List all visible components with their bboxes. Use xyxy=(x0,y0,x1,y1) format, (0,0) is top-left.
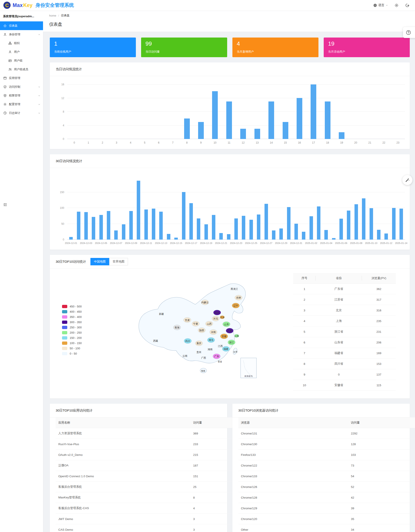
x-axis-labels: 01234567891011121314151617181920212223 xyxy=(67,139,405,146)
bar-slot xyxy=(172,238,180,240)
bar-slot xyxy=(208,91,222,139)
breadcrumb-home[interactable]: home xyxy=(49,14,56,17)
sidebar-item-label: 用户组成员 xyxy=(14,67,28,71)
apps-table-cell: 187 xyxy=(190,460,233,471)
chart-bar xyxy=(114,230,118,240)
sidebar-item-用户组[interactable]: 用户组 xyxy=(0,56,43,65)
apps-table-row: 客服后台管理系统25 xyxy=(56,482,233,492)
apps-table-cell: 369 xyxy=(190,428,233,439)
chart-bar xyxy=(197,218,200,240)
x-axis-label: 7 xyxy=(172,141,174,144)
browsers-table-cell: 39 xyxy=(348,503,415,514)
legend-range: 250 - 300 xyxy=(70,326,82,329)
province-label-湖南: 湖南 xyxy=(208,348,213,351)
tab-world-map[interactable]: 世界地图 xyxy=(109,258,128,265)
settings-button[interactable] xyxy=(395,3,399,7)
sidebar-item-权限管理[interactable]: 权限管理 xyxy=(0,91,43,100)
stat-card-当前在线用户: 1当前在线用户 xyxy=(50,38,136,57)
legend-range: 350 - 400 xyxy=(70,315,82,319)
province-table-cell: 362 xyxy=(362,284,396,294)
y-axis-label: 16 xyxy=(61,83,64,86)
province-label-香港: 香港 xyxy=(218,361,222,363)
legend-item: 150 - 200 xyxy=(62,336,93,340)
chart-bar xyxy=(129,211,133,240)
bar-slot xyxy=(264,102,278,139)
logout-icon xyxy=(405,3,409,7)
top10-browsers-card: 30日TOP10浏览器访问统计 浏览器 访问量 Chrome/1312292Ch… xyxy=(232,404,410,532)
apps-table-row: OAuth v2.0_Demo215 xyxy=(56,449,233,460)
bar-slot xyxy=(180,118,194,139)
chevron-down-icon xyxy=(38,103,40,106)
x-axis-label: 15 xyxy=(284,141,287,144)
bar-slot xyxy=(375,230,383,240)
legend-item: 50 - 100 xyxy=(62,347,93,350)
sidebar-item-日志审计[interactable]: 日志审计 xyxy=(0,109,43,117)
x-axis-label: 2024-12-19 xyxy=(200,242,212,244)
x-axis-label: 2024-12-13 xyxy=(155,242,167,244)
sidebar-item-用户[interactable]: 用户 xyxy=(0,48,43,56)
bar-slot xyxy=(322,230,330,240)
x-axis-label: 8 xyxy=(186,141,188,144)
bar-slot xyxy=(397,209,405,240)
bar-slot xyxy=(194,122,208,139)
bar-slot xyxy=(82,212,90,240)
language-menu[interactable]: 语言 xyxy=(373,3,388,7)
apps-table-cell: 泛微OA xyxy=(56,460,190,471)
apps-table-cell: 151 xyxy=(190,471,233,482)
chevron-down-icon xyxy=(38,86,40,88)
sidebar-item-身份管理[interactable]: 身份管理 xyxy=(0,30,43,39)
chart-bar xyxy=(92,217,95,240)
brand-title: 身份安全管理系统 xyxy=(35,2,74,9)
bar-slot xyxy=(195,218,202,240)
logout-button[interactable] xyxy=(405,3,409,7)
x-axis-label: 2024-12-25 xyxy=(245,242,257,244)
apps-table-row: OpenID Connect 1.0 Demo151 xyxy=(56,471,233,482)
x-axis-label: 2 xyxy=(102,141,103,144)
chart-bar xyxy=(77,212,80,240)
chart-bar xyxy=(122,224,125,240)
bar-slot xyxy=(321,102,335,139)
top10-region-card: 30日TOP10访问统计 中国地图 世界地图 450 - 500400 - 45… xyxy=(50,255,410,399)
chart-bar xyxy=(240,129,246,139)
browsers-table-cell: 34 xyxy=(348,524,415,532)
sidebar-item-应用管理[interactable]: 应用管理 xyxy=(0,74,43,83)
province-table-cell: 安徽省 xyxy=(316,380,362,391)
apps-table-cell: 3 xyxy=(190,524,233,532)
province-table-cell: 9 xyxy=(293,369,316,380)
sidebar-item-用户组成员[interactable]: 用户组成员 xyxy=(0,65,43,74)
collapse-sidebar-button[interactable] xyxy=(3,202,8,207)
legend-item: 0 - 50 xyxy=(62,352,93,355)
browsers-table-cell: Chrome/126 xyxy=(238,482,348,492)
sidebar-item-配置管理[interactable]: 配置管理 xyxy=(0,100,43,109)
bar-slot xyxy=(150,209,157,240)
browsers-table-cell: 128 xyxy=(348,439,415,449)
x-axis-label: 2025-01-08 xyxy=(350,242,362,244)
bar-slot xyxy=(335,132,349,139)
china-map[interactable]: 南海诸岛 黑龙江吉林辽宁内蒙古新疆西藏青海甘肃宁夏陕西山西河北北京天津山东河南安… xyxy=(123,273,263,385)
theme-wand-button[interactable] xyxy=(402,175,412,185)
daily-visits-card: 30日访问情况统计 0501001502024-12-012024-12-032… xyxy=(50,154,410,250)
province-table-cell: 上海 xyxy=(316,316,362,326)
browsers-table-row: Firefox/133103 xyxy=(238,449,415,460)
chevron-down-icon xyxy=(38,95,40,97)
sidebar-item-组织[interactable]: 组织 xyxy=(0,39,43,48)
bar-slot xyxy=(165,234,172,240)
tab-china-map[interactable]: 中国地图 xyxy=(90,258,109,265)
province-table-cell: 316 xyxy=(362,305,396,316)
help-button[interactable] xyxy=(403,27,415,38)
province-label-辽宁: 辽宁 xyxy=(233,304,238,307)
chart-bar xyxy=(332,238,336,240)
legend-swatch xyxy=(62,326,67,329)
bar-slot xyxy=(157,212,165,240)
x-axis-label: 18 xyxy=(326,141,329,144)
province-label-河北: 河北 xyxy=(213,317,218,320)
province-label-重庆: 重庆 xyxy=(197,342,201,344)
sidebar-item-访问控制[interactable]: 访问控制 xyxy=(0,83,43,91)
province-table-row: 1广东省362 xyxy=(293,284,396,294)
bar-slot xyxy=(236,129,250,139)
legend-swatch xyxy=(62,305,67,308)
bar-slot xyxy=(262,204,270,240)
sidebar-item-仪表盘[interactable]: 仪表盘 xyxy=(0,21,43,30)
chart-bar xyxy=(287,207,290,240)
chart-bar xyxy=(234,218,238,240)
